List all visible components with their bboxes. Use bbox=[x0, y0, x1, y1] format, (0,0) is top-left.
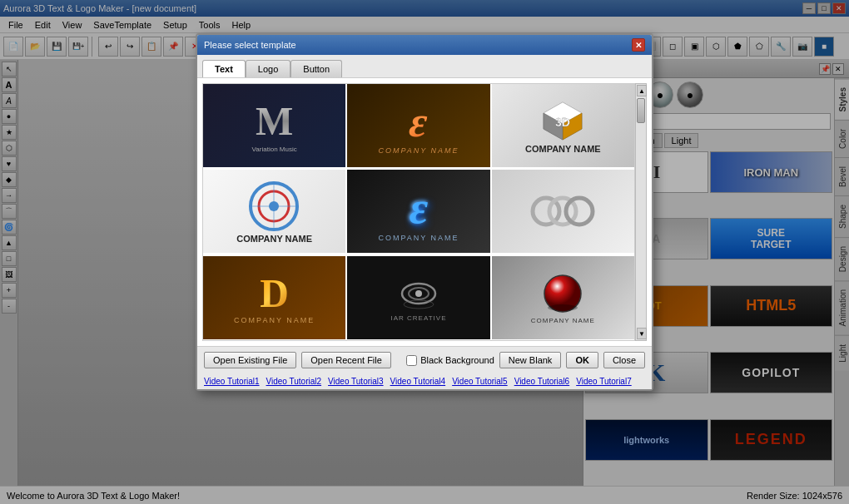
close-btn[interactable]: Close bbox=[603, 352, 645, 368]
black-bg-checkbox[interactable] bbox=[406, 355, 417, 366]
template-2-logo: ε bbox=[408, 97, 429, 146]
template-4-text: COMPANY NAME bbox=[236, 234, 312, 244]
template-9-ball bbox=[540, 271, 586, 317]
svg-text:3D: 3D bbox=[555, 116, 570, 129]
modal-footer: Open Existing File Open Recent File Blac… bbox=[197, 346, 652, 373]
template-8-text: IAR CREATIVE bbox=[391, 314, 447, 322]
template-9-text: COMPANY NAME bbox=[531, 317, 595, 324]
template-8-spiral bbox=[398, 273, 439, 314]
template-7[interactable]: D COMPANY NAME bbox=[203, 256, 345, 339]
svg-point-15 bbox=[415, 290, 422, 297]
template-1-subtitle: Variation Music bbox=[252, 146, 297, 153]
scroll-up-btn[interactable]: ▲ bbox=[637, 85, 647, 96]
template-5-logo: ε bbox=[410, 181, 429, 234]
modal-tab-logo[interactable]: Logo bbox=[246, 60, 290, 77]
modal-body: M Variation Music ε COMPANY NAME bbox=[197, 78, 652, 346]
video-link-3[interactable]: Video Tutorial3 bbox=[328, 377, 384, 386]
new-blank-btn[interactable]: New Blank bbox=[499, 352, 562, 368]
scroll-down-btn[interactable]: ▼ bbox=[637, 328, 647, 339]
modal-header: Please select template ✕ bbox=[197, 35, 652, 55]
video-links: Video Tutorial1 Video Tutorial2 Video Tu… bbox=[197, 373, 652, 389]
template-7-text: COMPANY NAME bbox=[234, 316, 315, 324]
template-modal: Please select template ✕ Text Logo Butto… bbox=[196, 33, 653, 391]
template-2[interactable]: ε COMPANY NAME bbox=[347, 84, 489, 167]
template-1-text: M bbox=[256, 98, 293, 144]
black-bg-label: Black Background bbox=[420, 355, 494, 365]
template-4-logo bbox=[247, 180, 301, 234]
ok-btn[interactable]: OK bbox=[566, 352, 598, 368]
template-5-text: COMPANY NAME bbox=[378, 234, 459, 242]
video-link-5[interactable]: Video Tutorial5 bbox=[452, 377, 508, 386]
modal-tabs: Text Logo Button bbox=[197, 55, 652, 78]
template-scrollbar[interactable]: ▲ ▼ bbox=[635, 83, 647, 341]
template-3-text: COMPANY NAME bbox=[525, 144, 601, 154]
video-link-6[interactable]: Video Tutorial6 bbox=[514, 377, 570, 386]
video-link-7[interactable]: Video Tutorial7 bbox=[576, 377, 632, 386]
modal-close-button[interactable]: ✕ bbox=[632, 38, 645, 52]
template-4[interactable]: COMPANY NAME bbox=[203, 170, 345, 253]
modal-title: Please select template bbox=[204, 40, 296, 50]
video-link-1[interactable]: Video Tutorial1 bbox=[204, 377, 260, 386]
template-5[interactable]: ε COMPANY NAME bbox=[347, 170, 489, 253]
video-link-2[interactable]: Video Tutorial2 bbox=[266, 377, 322, 386]
template-3-cube: 3D bbox=[540, 98, 586, 144]
template-7-logo: D bbox=[260, 270, 289, 316]
modal-tab-text[interactable]: Text bbox=[202, 60, 246, 77]
template-6-rings bbox=[529, 185, 596, 239]
template-2-text: COMPANY NAME bbox=[378, 146, 459, 155]
template-1[interactable]: M Variation Music bbox=[203, 84, 345, 167]
template-8[interactable]: IAR CREATIVE bbox=[347, 256, 489, 339]
open-existing-btn[interactable]: Open Existing File bbox=[204, 352, 296, 368]
modal-overlay: Please select template ✕ Text Logo Butto… bbox=[0, 0, 849, 504]
open-recent-btn[interactable]: Open Recent File bbox=[301, 352, 391, 368]
modal-tab-button[interactable]: Button bbox=[290, 60, 342, 77]
svg-point-18 bbox=[548, 304, 578, 311]
scroll-thumb[interactable] bbox=[637, 98, 645, 123]
template-grid: M Variation Music ε COMPANY NAME bbox=[202, 83, 635, 341]
template-3[interactable]: 3D COMPANY NAME bbox=[492, 84, 634, 167]
svg-point-12 bbox=[566, 198, 593, 225]
template-9[interactable]: COMPANY NAME bbox=[492, 256, 634, 339]
video-link-4[interactable]: Video Tutorial4 bbox=[390, 377, 446, 386]
template-6[interactable] bbox=[492, 170, 634, 253]
